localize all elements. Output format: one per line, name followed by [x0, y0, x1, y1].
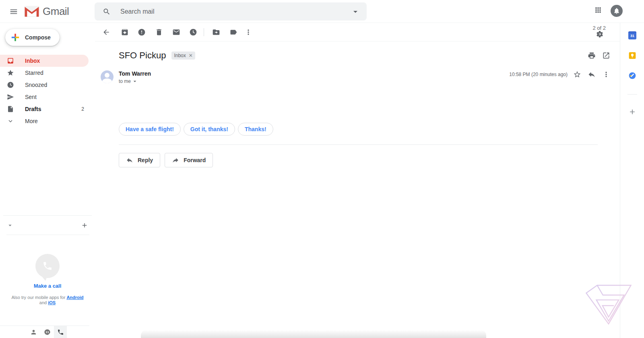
- sender-name: Tom Warren: [119, 70, 151, 77]
- delete-icon[interactable]: [152, 25, 166, 39]
- google-apps-grid-icon[interactable]: [591, 3, 605, 17]
- chip-label: Inbox: [174, 53, 186, 58]
- timestamp: 10:58 PM (20 minutes ago): [509, 72, 568, 77]
- sidebar-item-label: Drafts: [25, 106, 41, 112]
- bottom-shadow-strip: [141, 330, 486, 338]
- forward-button-label: Forward: [184, 157, 206, 163]
- inbox-icon: [7, 57, 14, 64]
- email-subject: SFO Pickup: [119, 50, 166, 61]
- star-message-icon[interactable]: [570, 67, 584, 82]
- top-header: Gmail: [0, 0, 644, 23]
- contacts-tab-person-icon[interactable]: [27, 326, 40, 338]
- make-a-call-link[interactable]: Make a call: [0, 283, 95, 289]
- sidebar-item-snoozed[interactable]: Snoozed: [0, 79, 89, 91]
- smart-reply-row: Have a safe flight! Got it, thanks! Than…: [119, 123, 273, 136]
- toolbar-right-cluster: 2 of 2: [592, 25, 611, 31]
- sidebar-item-label: Snoozed: [25, 82, 47, 88]
- remove-label-x-icon[interactable]: ✕: [189, 53, 193, 58]
- sidebar-item-label: Inbox: [25, 58, 40, 64]
- forward-icon: [172, 157, 179, 164]
- more-actions-icon[interactable]: [241, 25, 256, 39]
- send-icon: [7, 93, 14, 101]
- app-name: Gmail: [43, 5, 69, 18]
- search-options-arrow-icon[interactable]: [347, 3, 364, 21]
- search-bar[interactable]: [95, 2, 367, 21]
- message-footer-divider: [119, 144, 598, 145]
- mark-unread-icon[interactable]: [169, 25, 184, 39]
- hangouts-panel-divider: [3, 215, 92, 216]
- main-content: 2 of 2 SFO Pickup Inbox ✕ Tom Warren: [95, 23, 620, 338]
- note-text: and: [39, 300, 47, 305]
- new-conversation-plus-icon[interactable]: [80, 221, 89, 230]
- reply-icon: [126, 157, 133, 164]
- smart-reply-chip[interactable]: Got it, thanks!: [184, 123, 235, 136]
- back-to-inbox-icon[interactable]: [99, 25, 114, 39]
- sidebar-item-drafts[interactable]: Drafts 2: [0, 103, 89, 115]
- gmail-logo[interactable]: Gmail: [24, 5, 69, 18]
- reply-button[interactable]: Reply: [119, 153, 160, 167]
- subject-row: SFO Pickup Inbox ✕: [119, 48, 613, 63]
- smart-reply-chip[interactable]: Have a safe flight!: [119, 123, 181, 136]
- draft-icon: [7, 105, 14, 113]
- voice-call-balloon-icon: [35, 254, 60, 278]
- star-icon: [7, 69, 14, 76]
- open-in-new-icon[interactable]: [599, 48, 613, 63]
- clock-icon: [7, 81, 14, 89]
- hangouts-collapse-arrow-icon[interactable]: [5, 221, 15, 230]
- sidebar-item-starred[interactable]: Starred: [0, 67, 89, 79]
- sidebar-item-more[interactable]: More: [0, 115, 89, 127]
- avatar-silhouette: [102, 78, 112, 83]
- hangouts-tab-icon[interactable]: [41, 326, 54, 338]
- folder-nav: Inbox Starred Snoozed Sent Drafts 2 M: [0, 55, 95, 127]
- calendar-day: 31: [630, 34, 634, 38]
- show-details-arrow-icon: [132, 78, 138, 84]
- move-to-icon[interactable]: [209, 25, 223, 39]
- reply-button-label: Reply: [138, 157, 153, 163]
- snooze-icon[interactable]: [186, 25, 200, 39]
- left-sidebar: Compose Inbox Starred Snoozed Sent Draft…: [0, 23, 95, 338]
- gmail-app: Gmail Compose Inbox: [0, 0, 644, 338]
- tasks-icon[interactable]: [628, 72, 636, 80]
- main-menu-icon[interactable]: [5, 3, 23, 21]
- archive-icon[interactable]: [118, 25, 132, 39]
- sidebar-bottom-tabs: [0, 326, 95, 338]
- sidebar-item-inbox[interactable]: Inbox: [0, 55, 89, 67]
- android-link[interactable]: Android: [66, 295, 83, 300]
- ios-link[interactable]: iOS: [48, 300, 56, 305]
- forward-button[interactable]: Forward: [165, 153, 213, 167]
- report-spam-icon[interactable]: [134, 25, 149, 39]
- chevron-down-icon: [7, 117, 14, 125]
- hangouts-panel-divider-2: [6, 235, 89, 235]
- message-header: Tom Warren to me 10:58 PM (20 minutes ag…: [95, 70, 620, 87]
- inbox-label-chip[interactable]: Inbox ✕: [171, 52, 195, 60]
- message-toolbar: 2 of 2: [95, 23, 620, 41]
- recipient-details-toggle[interactable]: to me: [119, 78, 138, 84]
- sidebar-item-sent[interactable]: Sent: [0, 91, 89, 103]
- message-meta: 10:58 PM (20 minutes ago): [509, 67, 613, 82]
- search-icon[interactable]: [98, 3, 116, 21]
- calendar-icon[interactable]: 31: [628, 31, 636, 39]
- smart-reply-chip[interactable]: Thanks!: [238, 123, 273, 136]
- toolbar-divider: [204, 28, 204, 36]
- compose-plus-icon: [11, 33, 20, 42]
- compose-label: Compose: [25, 34, 51, 41]
- mobile-apps-note: Also try our mobile apps for Android and…: [10, 295, 85, 305]
- get-addons-plus-icon[interactable]: [628, 108, 636, 116]
- reply-icon[interactable]: [584, 67, 599, 82]
- bell-icon: [613, 7, 620, 14]
- compose-button[interactable]: Compose: [5, 29, 60, 46]
- labels-icon[interactable]: [226, 25, 241, 39]
- avatar-silhouette: [105, 73, 109, 78]
- message-more-icon[interactable]: [599, 67, 613, 82]
- keep-icon[interactable]: [628, 52, 636, 60]
- sidebar-item-label: Starred: [25, 70, 43, 76]
- search-input[interactable]: [116, 8, 347, 15]
- verge-logo-watermark: [584, 282, 634, 325]
- recipient-summary: to me: [119, 78, 131, 84]
- print-icon[interactable]: [584, 48, 599, 63]
- sender-avatar[interactable]: [101, 70, 114, 83]
- subject-actions: [584, 48, 613, 63]
- settings-gear-icon[interactable]: [592, 27, 607, 41]
- account-avatar[interactable]: [611, 5, 623, 17]
- phone-tab-icon[interactable]: [54, 326, 67, 338]
